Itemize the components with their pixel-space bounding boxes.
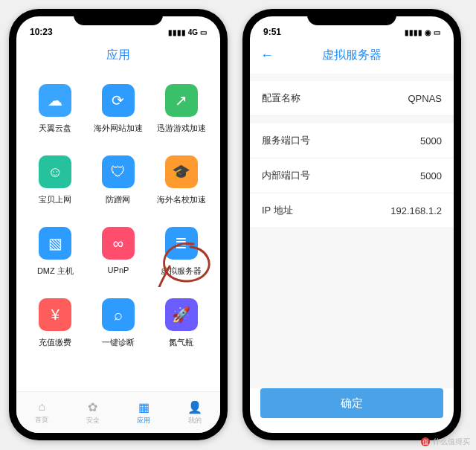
app-recharge[interactable]: ¥充值缴费 [24,292,87,364]
value-service-port: 5000 [420,135,442,147]
label-internal-port: 内部端口号 [262,169,310,182]
app-school-accel[interactable]: 🎓海外名校加速 [149,150,213,221]
app-kids[interactable]: ☺宝贝上网 [24,150,87,221]
tab-home-icon: ⌂ [38,400,45,414]
app-upnp[interactable]: ∞UPnP [87,221,150,292]
battery-icon: ▭ [200,28,207,36]
row-internal-port[interactable]: 内部端口号 5000 [250,158,454,193]
tab-me-label: 我的 [188,416,202,425]
tab-security-label: 安全 [86,416,100,425]
phone-right: 9:51 ▮▮▮▮ ◉ ▭ ← 虚拟服务器 配置名称 QPNAS 服务端口号 5… [242,9,461,440]
app-cloud[interactable]: ☁天翼云盘 [24,78,87,150]
status-time: 9:51 [263,27,281,37]
app-web-accel[interactable]: ⟳海外网站加速 [87,78,150,150]
tab-apps[interactable]: ▦应用 [118,392,170,433]
app-nitro[interactable]: 🚀氮气瓶 [149,292,213,364]
tab-me[interactable]: 👤我的 [170,392,221,433]
app-recharge-icon: ¥ [39,298,71,331]
watermark: 值 什么值得买 [421,437,470,447]
signal-icon: ▮▮▮▮ [168,28,186,36]
apps-grid: ☁天翼云盘⟳海外网站加速↗迅游游戏加速☺宝贝上网🛡防蹭网🎓海外名校加速▧DMZ … [16,74,220,391]
row-ip-address[interactable]: IP 地址 192.168.1.2 [250,193,454,228]
tab-apps-label: 应用 [137,416,150,425]
app-kids-label: 宝贝上网 [39,194,71,205]
app-anti-leech-icon: 🛡 [102,155,135,188]
app-virtual-server[interactable]: ≣虚拟服务器 [149,221,213,292]
value-internal-port: 5000 [420,170,442,181]
app-nitro-icon: 🚀 [165,298,198,331]
tab-security[interactable]: ✿安全 [68,392,119,433]
settings-form: 配置名称 QPNAS 服务端口号 5000 内部端口号 5000 IP 地址 1… [250,74,454,388]
row-config-name[interactable]: 配置名称 QPNAS [250,81,454,116]
app-virtual-server-icon: ≣ [165,227,198,260]
network-label: 4G [188,28,198,36]
app-diagnose-label: 一键诊断 [102,337,135,348]
page-title: 应用 [16,42,220,74]
back-button[interactable]: ← [260,48,274,63]
app-dmz-icon: ▧ [39,227,71,260]
app-recharge-label: 充值缴费 [39,337,71,348]
app-kids-icon: ☺ [39,155,71,188]
label-service-port: 服务端口号 [262,134,310,147]
tab-apps-icon: ▦ [138,400,149,414]
tab-home-label: 首页 [35,415,48,425]
confirm-wrap: 确定 [250,388,454,433]
screen-right: 9:51 ▮▮▮▮ ◉ ▭ ← 虚拟服务器 配置名称 QPNAS 服务端口号 5… [250,16,454,433]
app-cloud-label: 天翼云盘 [39,123,71,134]
tab-me-icon: 👤 [187,400,202,414]
app-game-accel-icon: ↗ [165,84,198,117]
app-web-accel-label: 海外网站加速 [94,123,143,134]
page-title: 虚拟服务器 [322,48,382,61]
status-indicators: ▮▮▮▮ 4G ▭ [168,28,207,36]
app-game-accel[interactable]: ↗迅游游戏加速 [149,78,213,150]
app-upnp-icon: ∞ [102,227,135,260]
tab-security-icon: ✿ [88,400,97,414]
status-indicators: ▮▮▮▮ ◉ ▭ [405,28,440,36]
app-dmz[interactable]: ▧DMZ 主机 [24,221,87,292]
confirm-button[interactable]: 确定 [260,388,443,418]
row-service-port[interactable]: 服务端口号 5000 [250,123,454,158]
app-diagnose-icon: ⌕ [102,298,135,331]
tabbar: ⌂首页✿安全▦应用👤我的 [16,391,220,433]
app-school-accel-icon: 🎓 [165,155,198,188]
tab-home[interactable]: ⌂首页 [16,392,68,433]
wifi-icon: ◉ [425,28,431,36]
app-virtual-server-label: 虚拟服务器 [161,266,202,277]
app-anti-leech-label: 防蹭网 [106,194,130,205]
app-upnp-label: UPnP [108,266,129,274]
label-config-name: 配置名称 [262,91,300,105]
screen-left: 10:23 ▮▮▮▮ 4G ▭ 应用 ☁天翼云盘⟳海外网站加速↗迅游游戏加速☺宝… [16,16,220,433]
app-web-accel-icon: ⟳ [102,84,135,117]
watermark-logo-icon: 值 [421,437,430,446]
header: ← 虚拟服务器 [250,42,454,74]
value-ip: 192.168.1.2 [390,205,442,216]
app-nitro-label: 氮气瓶 [169,337,193,348]
app-cloud-icon: ☁ [39,84,71,117]
signal-icon: ▮▮▮▮ [405,28,422,36]
battery-icon: ▭ [434,28,440,36]
label-ip: IP 地址 [262,204,293,217]
app-diagnose[interactable]: ⌕一键诊断 [87,292,150,364]
value-config-name: QPNAS [408,93,442,104]
app-game-accel-label: 迅游游戏加速 [157,123,206,134]
app-dmz-label: DMZ 主机 [37,266,74,277]
watermark-text: 什么值得买 [433,437,470,447]
phone-left: 10:23 ▮▮▮▮ 4G ▭ 应用 ☁天翼云盘⟳海外网站加速↗迅游游戏加速☺宝… [9,9,228,440]
status-time: 10:23 [30,27,53,37]
notch [74,9,163,25]
notch [307,9,396,25]
app-school-accel-label: 海外名校加速 [157,194,206,205]
app-anti-leech[interactable]: 🛡防蹭网 [87,150,150,221]
